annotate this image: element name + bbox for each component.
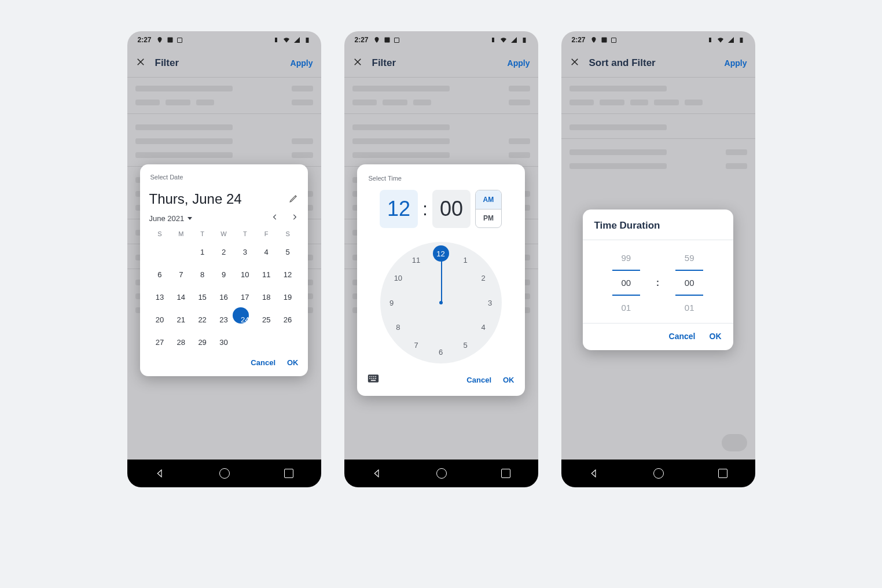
calendar-day[interactable]: 15 [192, 289, 213, 305]
dow: F [256, 230, 277, 237]
pm-option[interactable]: PM [476, 209, 501, 228]
signal-icon [510, 36, 517, 43]
calendar-day[interactable]: 18 [256, 289, 277, 305]
ok-button[interactable]: OK [503, 376, 514, 384]
calendar-day[interactable]: 29 [192, 335, 213, 350]
clock-hour[interactable]: 9 [385, 296, 399, 310]
clock-hour[interactable]: 2 [476, 271, 490, 285]
calendar-day[interactable]: 6 [149, 267, 171, 282]
back-icon[interactable] [589, 468, 599, 479]
month-dropdown[interactable]: June 2021 [149, 214, 193, 223]
edit-date-button[interactable] [289, 193, 299, 205]
minute-box[interactable]: 00 [432, 190, 471, 228]
calendar-day[interactable]: 17 [234, 289, 256, 305]
clock-hour[interactable]: 10 [391, 271, 405, 285]
recents-icon[interactable] [284, 469, 293, 478]
cancel-button[interactable]: Cancel [669, 332, 696, 341]
calendar-day[interactable]: 25 [256, 312, 277, 328]
back-icon[interactable] [155, 468, 165, 479]
svg-rect-1 [275, 38, 277, 42]
calendar-week: 20212223242526 [149, 312, 299, 328]
minutes-spinner[interactable]: 59 00 01 [675, 249, 703, 316]
calendar-day[interactable]: 21 [170, 312, 192, 328]
calendar-day [277, 335, 299, 350]
apply-button[interactable]: Apply [725, 58, 747, 68]
calendar-day[interactable]: 3 [234, 244, 256, 260]
calendar-day[interactable]: 19 [277, 289, 299, 305]
clock-hour[interactable]: 5 [458, 339, 472, 352]
am-option[interactable]: AM [476, 190, 501, 209]
calendar-day [170, 244, 192, 260]
status-bar: 2:27 [561, 31, 755, 49]
cancel-button[interactable]: Cancel [251, 358, 275, 367]
recents-icon[interactable] [718, 469, 727, 478]
calendar-day[interactable]: 30 [213, 335, 234, 350]
image-icon [167, 36, 174, 43]
back-icon[interactable] [372, 468, 382, 479]
time-picker-dialog: Select Time 12 : 00 AM PM 12123456789101… [357, 164, 525, 396]
month-label-text: June 2021 [149, 214, 185, 223]
screen-content: Select Date Thurs, June 24 June 2021 [127, 78, 321, 460]
minutes-below: 01 [675, 299, 703, 316]
screen-title: Filter [372, 57, 498, 69]
dow: W [213, 230, 234, 237]
status-bar: 2:27 [127, 31, 321, 49]
calendar-day[interactable]: 28 [170, 335, 192, 350]
next-month-button[interactable] [291, 213, 299, 223]
screen-title: Sort and Filter [589, 57, 715, 69]
svg-rect-14 [375, 378, 376, 379]
clock-face[interactable]: 121234567891011 [380, 242, 502, 363]
calendar-day[interactable]: 26 [277, 312, 299, 328]
android-nav-bar [561, 460, 755, 487]
calendar-day[interactable]: 9 [213, 267, 234, 282]
close-button[interactable] [352, 57, 363, 69]
cancel-button[interactable]: Cancel [466, 376, 491, 384]
recents-icon[interactable] [501, 469, 510, 478]
calendar-day[interactable]: 12 [277, 267, 299, 282]
calendar-day[interactable]: 5 [277, 244, 299, 260]
calendar-day[interactable]: 10 [234, 267, 256, 282]
clock-hour[interactable]: 4 [476, 321, 490, 335]
calendar-day[interactable]: 16 [213, 289, 234, 305]
clock-hour[interactable]: 7 [409, 339, 423, 352]
calendar-day[interactable]: 22 [192, 312, 213, 328]
clock-hour[interactable]: 3 [483, 296, 497, 310]
prev-month-button[interactable] [271, 213, 279, 223]
calendar-day[interactable]: 2 [213, 244, 234, 260]
clock-hour-selected[interactable]: 12 [433, 245, 449, 262]
wifi-icon [717, 36, 724, 43]
calendar-day[interactable]: 27 [149, 335, 171, 350]
svg-rect-7 [369, 376, 370, 377]
hour-box[interactable]: 12 [380, 190, 418, 228]
home-icon[interactable] [653, 468, 664, 479]
clock-hour[interactable]: 1 [458, 253, 472, 267]
close-button[interactable] [569, 57, 580, 69]
clock-hour[interactable]: 6 [434, 345, 448, 359]
calendar-day[interactable]: 11 [256, 267, 277, 282]
calendar-day[interactable]: 20 [149, 312, 171, 328]
close-button[interactable] [135, 57, 146, 69]
calendar-day[interactable]: 23 [213, 312, 234, 328]
keyboard-input-button[interactable] [368, 374, 379, 385]
calendar-day[interactable]: 8 [192, 267, 213, 282]
calendar-day[interactable]: 7 [170, 267, 192, 282]
home-icon[interactable] [436, 468, 447, 479]
calendar-day[interactable]: 4 [256, 244, 277, 260]
clock-hour[interactable]: 8 [391, 321, 405, 335]
calendar-day[interactable]: 13 [149, 289, 171, 305]
battery-icon [738, 36, 745, 43]
hours-spinner[interactable]: 99 00 01 [612, 249, 640, 316]
ok-button[interactable]: OK [710, 332, 722, 341]
dow: S [277, 230, 299, 237]
minutes-above: 59 [675, 249, 703, 266]
apply-button[interactable]: Apply [508, 58, 530, 68]
calendar-day[interactable]: 24 [234, 312, 256, 328]
calendar-day [149, 244, 171, 260]
apply-button[interactable]: Apply [291, 58, 313, 68]
calendar-day[interactable]: 1 [192, 244, 213, 260]
svg-rect-4 [492, 38, 494, 42]
home-icon[interactable] [219, 468, 230, 479]
calendar-day[interactable]: 14 [170, 289, 192, 305]
ok-button[interactable]: OK [287, 358, 299, 367]
clock-hour[interactable]: 11 [409, 253, 423, 267]
